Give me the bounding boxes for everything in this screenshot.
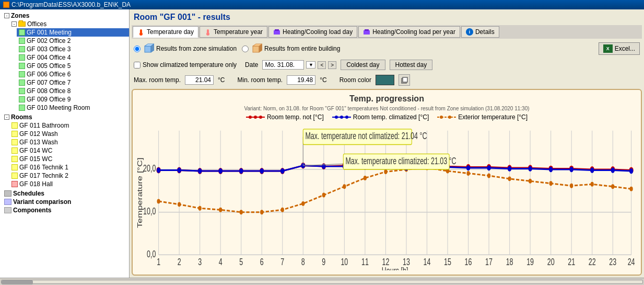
tree-item-components[interactable]: Components: [2, 206, 129, 214]
tree-item-gf012[interactable]: GF 012 Wash: [9, 130, 129, 138]
svg-rect-11: [253, 46, 259, 52]
chart-svg: 0,0 10,0 20,0 1 2 3 4 5 6 7 8 9 10 11 12: [137, 123, 637, 270]
gf003-label: GF 003 Office 3: [27, 45, 71, 53]
radio-building-input[interactable]: [242, 45, 249, 52]
svg-point-23: [345, 116, 348, 119]
tree-item-gf005[interactable]: GF 005 Office 5: [17, 62, 129, 70]
rooms-label: Rooms: [11, 113, 32, 121]
coldest-day-btn[interactable]: Coldest day: [341, 60, 385, 70]
svg-point-150: [528, 166, 532, 171]
tree-item-gf002[interactable]: GF 002 Office 2: [17, 37, 129, 45]
schedules-label: Schedules: [13, 190, 44, 197]
expand-offices[interactable]: -: [11, 21, 17, 27]
svg-point-92: [322, 193, 325, 198]
copy-icon-btn[interactable]: [399, 74, 410, 86]
date-input[interactable]: [262, 60, 304, 70]
radio-zone[interactable]: Results from zone simulation: [134, 43, 237, 54]
scrollbar-thumb[interactable]: [2, 280, 33, 284]
tree-item-gf013[interactable]: GF 013 Wash: [9, 138, 129, 146]
legend-label-room-clim: Room temp. climatized [°C]: [353, 113, 429, 121]
climatized-input[interactable]: [134, 62, 140, 69]
tree-item-gf014[interactable]: GF 014 WC: [9, 146, 129, 155]
room-color-box[interactable]: [376, 75, 394, 85]
svg-point-100: [487, 173, 490, 178]
show-climatized-checkbox[interactable]: Show climatized temperature only: [134, 61, 237, 69]
tab-details-label: Details: [475, 28, 495, 36]
radio-zone-label: Results from zone simulation: [156, 45, 237, 52]
gf009-label: GF 009 Office 9: [27, 96, 71, 103]
svg-point-1: [139, 32, 143, 36]
tree-item-gf011[interactable]: GF 011 Bathroom: [9, 121, 129, 130]
gf017-label: GF 017 Technik 2: [19, 172, 68, 179]
date-group: ▼ < >: [262, 60, 336, 70]
min-temp-input[interactable]: [287, 75, 315, 85]
svg-point-101: [508, 176, 511, 181]
tab-heat-day[interactable]: Heating/Cooling load day: [268, 26, 357, 38]
radio-building[interactable]: Results from entire building: [242, 43, 340, 54]
zones-label: Zones: [11, 12, 29, 19]
legend-label-room-not: Room temp. not [°C]: [267, 113, 324, 121]
tab-temp-year[interactable]: Temperature year: [200, 26, 267, 38]
tab-temp-day-label: Temperature day: [147, 28, 194, 36]
legend-line-room-not: [246, 113, 265, 121]
tree-item-gf016[interactable]: GF 016 Technik 1: [9, 163, 129, 172]
tab-temp-day[interactable]: Temperature day: [133, 26, 198, 38]
tree-item-gf001[interactable]: GF 001 Meeting: [17, 28, 129, 37]
legend-line-exterior: [437, 113, 456, 121]
app-icon: [3, 2, 9, 8]
tree-item-gf009[interactable]: GF 009 Office 9: [17, 95, 129, 104]
date-label: Date: [245, 61, 258, 69]
title-bar-text: C:\ProgramData\ESS\AX3000.b_EN\K_DA: [11, 1, 131, 8]
svg-point-18: [254, 116, 257, 119]
hottest-day-btn[interactable]: Hottest day: [390, 60, 433, 70]
radio-zone-input[interactable]: [134, 45, 140, 52]
svg-rect-6: [364, 30, 370, 35]
components-icon: [4, 207, 11, 213]
svg-point-90: [281, 208, 284, 212]
tree-item-gf006[interactable]: GF 006 Office 6: [17, 70, 129, 78]
unit2: °C: [320, 76, 326, 84]
svg-point-17: [249, 116, 252, 119]
svg-text:5: 5: [239, 256, 243, 267]
svg-rect-15: [403, 77, 407, 82]
max-temp-input[interactable]: [185, 75, 214, 85]
tree-item-gf008[interactable]: GF 008 Office 8: [17, 87, 129, 95]
expand-zones[interactable]: -: [4, 13, 9, 18]
svg-text:11: 11: [361, 256, 369, 267]
date-dropdown-btn[interactable]: ▼: [306, 61, 315, 69]
svg-point-106: [611, 184, 614, 189]
gf016-label: GF 016 Technik 1: [19, 164, 68, 171]
tree-item-gf003[interactable]: GF 003 Office 3: [17, 45, 129, 53]
room-icon-gf007: [19, 79, 25, 86]
info-icon: i: [466, 28, 473, 36]
tree-item-schedules[interactable]: Schedules: [2, 189, 129, 198]
legend-item-room-clim: Room temp. climatized [°C]: [332, 113, 429, 121]
schedules-icon: [4, 190, 11, 197]
svg-text:16: 16: [465, 256, 472, 267]
tree-item-variant[interactable]: Variant comparison: [2, 198, 129, 206]
legend-label-exterior: Exterior temperature [°C]: [458, 113, 528, 121]
tab-heat-year[interactable]: Heating/Cooling load per year: [358, 26, 460, 38]
tree-folder-offices[interactable]: - Offices: [9, 20, 129, 28]
room-icon-gf001: [19, 29, 25, 36]
scrollbar-track[interactable]: [1, 280, 643, 284]
date-prev-btn[interactable]: <: [318, 61, 326, 69]
tree-item-gf017[interactable]: GF 017 Technik 2: [9, 172, 129, 180]
expand-rooms[interactable]: -: [4, 115, 9, 120]
excel-button[interactable]: X Excel...: [599, 42, 640, 55]
tree-item-gf004[interactable]: GF 004 Office 4: [17, 53, 129, 62]
svg-text:23: 23: [609, 256, 616, 267]
tree-item-gf015[interactable]: GF 015 WC: [9, 155, 129, 163]
svg-text:20,0: 20,0: [143, 163, 156, 174]
date-next-btn[interactable]: >: [328, 61, 336, 69]
svg-point-151: [549, 167, 553, 172]
gf002-label: GF 002 Office 2: [27, 37, 71, 44]
unit1: °C: [218, 76, 225, 84]
svg-text:17: 17: [485, 256, 493, 267]
tree-item-gf010[interactable]: GF 010 Meeting Room: [17, 104, 129, 112]
room-icon-gf004: [19, 54, 25, 61]
tab-details[interactable]: i Details: [461, 26, 499, 38]
tree-item-gf007[interactable]: GF 007 Office 7: [17, 78, 129, 87]
tree-item-gf018[interactable]: GF 018 Hall: [9, 180, 129, 188]
show-climatized-label: Show climatized temperature only: [143, 61, 237, 69]
